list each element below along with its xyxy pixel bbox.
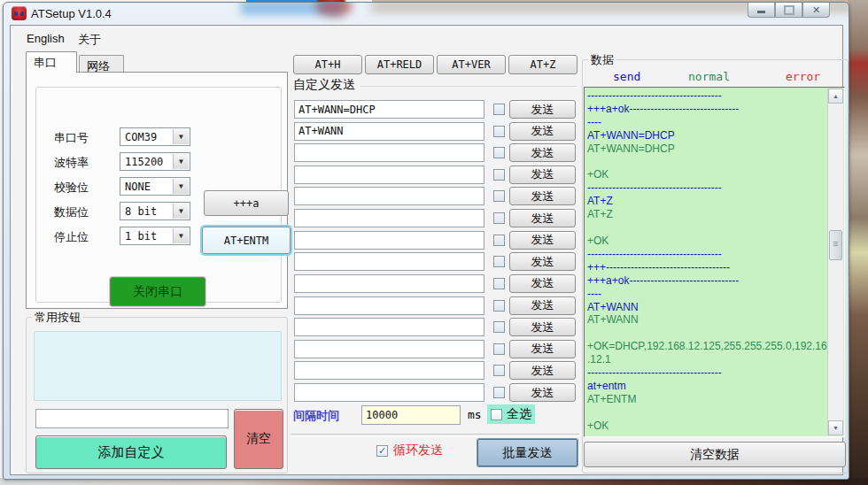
- send-button[interactable]: 发送: [509, 122, 576, 141]
- custom-send-input[interactable]: [294, 231, 484, 250]
- menu-english[interactable]: English: [23, 31, 68, 48]
- custom-send-checkbox[interactable]: [493, 147, 505, 158]
- log-line: AT+Z: [587, 195, 826, 208]
- quick-command-button[interactable]: AT+H: [293, 55, 362, 74]
- select-all-label: 全选: [507, 406, 531, 422]
- send-button[interactable]: 发送: [509, 361, 576, 380]
- custom-send-input[interactable]: [294, 209, 484, 227]
- custom-send-input[interactable]: [294, 187, 484, 205]
- send-button[interactable]: 发送: [509, 340, 576, 358]
- select-all-checkbox[interactable]: [491, 409, 502, 420]
- custom-send-input[interactable]: [294, 383, 484, 402]
- send-button[interactable]: 发送: [509, 383, 576, 402]
- custom-send-input[interactable]: [294, 252, 484, 271]
- send-button[interactable]: 发送: [509, 209, 576, 227]
- close-port-button[interactable]: 关闭串口: [110, 277, 205, 306]
- custom-send-checkbox[interactable]: [493, 256, 505, 267]
- legend-error: error: [786, 70, 820, 83]
- send-button[interactable]: 发送: [509, 187, 576, 205]
- clear-data-button[interactable]: 清空数据: [584, 442, 846, 467]
- send-button[interactable]: 发送: [509, 143, 576, 162]
- select-all-control[interactable]: 全选: [487, 404, 535, 424]
- minimize-button[interactable]: [748, 3, 775, 18]
- maximize-button[interactable]: [775, 3, 802, 18]
- custom-send-input[interactable]: AT+WANN: [294, 122, 484, 141]
- custom-send-checkbox[interactable]: [493, 387, 505, 398]
- log-scrollbar[interactable]: ▲ ▼: [827, 89, 843, 435]
- chevron-down-icon: ▼: [173, 179, 189, 194]
- serial-tab-page: 串口号 COM39▼波特率 115200▼校验位 NONE▼数据位 8 bit▼…: [26, 72, 288, 309]
- quick-command-button[interactable]: AT+RELD: [365, 55, 434, 74]
- custom-send-checkbox[interactable]: [493, 343, 505, 355]
- custom-send-input[interactable]: [294, 340, 484, 358]
- loop-send-control[interactable]: ✓ 循环发送: [376, 443, 443, 458]
- add-custom-button[interactable]: 添加自定义: [35, 435, 227, 469]
- data-log[interactable]: --------------------------------------++…: [584, 87, 845, 437]
- send-button[interactable]: 发送: [509, 274, 576, 293]
- custom-send-input[interactable]: [294, 143, 484, 162]
- plus-a-button[interactable]: +++a: [204, 190, 289, 216]
- log-line: at+entm: [587, 380, 826, 393]
- common-buttons-list[interactable]: [34, 331, 282, 401]
- tab-serial[interactable]: 串口: [26, 51, 77, 73]
- log-line: [587, 156, 826, 169]
- clear-common-button[interactable]: 清空: [234, 409, 283, 469]
- log-line: +++-----------------------------------: [587, 261, 826, 274]
- chevron-down-icon: ▼: [173, 228, 189, 243]
- tab-network[interactable]: 网络: [79, 55, 124, 73]
- custom-send-checkbox[interactable]: [493, 190, 505, 202]
- menu-about[interactable]: 关于: [74, 31, 105, 48]
- send-button[interactable]: 发送: [509, 166, 576, 184]
- serial-field-combo[interactable]: COM39▼: [120, 127, 190, 146]
- loop-send-checkbox[interactable]: ✓: [376, 445, 388, 457]
- custom-send-checkbox[interactable]: [493, 169, 505, 181]
- title-bar[interactable]: ATSetup V1.0.4: [4, 3, 849, 25]
- custom-send-input[interactable]: [294, 166, 484, 184]
- send-button[interactable]: 发送: [509, 252, 576, 271]
- log-line: AT+WANN: [587, 313, 826, 327]
- at-entm-button[interactable]: AT+ENTM: [202, 227, 291, 254]
- custom-send-checkbox[interactable]: [493, 212, 505, 224]
- serial-field-label: 串口号: [54, 130, 89, 146]
- log-line: [587, 406, 826, 420]
- serial-field-combo[interactable]: 8 bit▼: [120, 202, 190, 220]
- client-area: English 关于 串口 网络 串口号 COM39▼波特率 115200▼校验…: [10, 25, 843, 475]
- send-button[interactable]: 发送: [509, 296, 576, 315]
- custom-send-checkbox[interactable]: [493, 235, 505, 246]
- quick-command-button[interactable]: AT+VER: [437, 55, 506, 74]
- scroll-up-button[interactable]: ▲: [828, 89, 843, 104]
- log-line: AT+WANN=DHCP: [587, 142, 826, 156]
- send-button[interactable]: 发送: [509, 318, 576, 336]
- custom-send-input[interactable]: AT+WANN=DHCP: [294, 100, 484, 119]
- log-line: ----: [587, 288, 826, 301]
- custom-send-input[interactable]: [294, 318, 484, 336]
- send-button[interactable]: 发送: [509, 231, 576, 250]
- interval-input[interactable]: 10000: [361, 405, 461, 425]
- custom-send-input[interactable]: [294, 361, 484, 380]
- app-icon: [12, 6, 27, 20]
- loop-send-label: 循环发送: [393, 443, 443, 458]
- send-button[interactable]: 发送: [509, 100, 576, 119]
- custom-send-checkbox[interactable]: [493, 300, 505, 312]
- serial-field-combo[interactable]: 1 bit▼: [120, 227, 190, 245]
- custom-send-input[interactable]: [294, 296, 484, 315]
- custom-send-checkbox[interactable]: [493, 104, 505, 115]
- close-button[interactable]: ✕: [802, 3, 830, 18]
- custom-send-checkbox[interactable]: [493, 278, 505, 289]
- scroll-down-button[interactable]: ▼: [828, 420, 843, 435]
- custom-send-input[interactable]: [294, 274, 484, 293]
- common-buttons-group: 常用按钮 清空 添加自定义: [26, 317, 288, 473]
- log-line: AT+Z: [587, 208, 826, 221]
- log-line: AT+ENTM: [587, 393, 826, 406]
- batch-send-button[interactable]: 批量发送: [477, 439, 577, 466]
- quick-command-button[interactable]: AT+Z: [508, 55, 577, 74]
- custom-send-checkbox[interactable]: [493, 365, 505, 376]
- scroll-thumb[interactable]: [829, 230, 842, 260]
- custom-send-checkbox[interactable]: [493, 126, 505, 137]
- serial-field-combo[interactable]: NONE▼: [120, 177, 190, 196]
- chevron-down-icon: ▼: [173, 129, 189, 144]
- common-button-input[interactable]: [35, 409, 229, 428]
- custom-send-checkbox[interactable]: [493, 321, 505, 333]
- serial-field-combo[interactable]: 115200▼: [120, 152, 190, 171]
- chevron-down-icon: ▼: [173, 204, 189, 219]
